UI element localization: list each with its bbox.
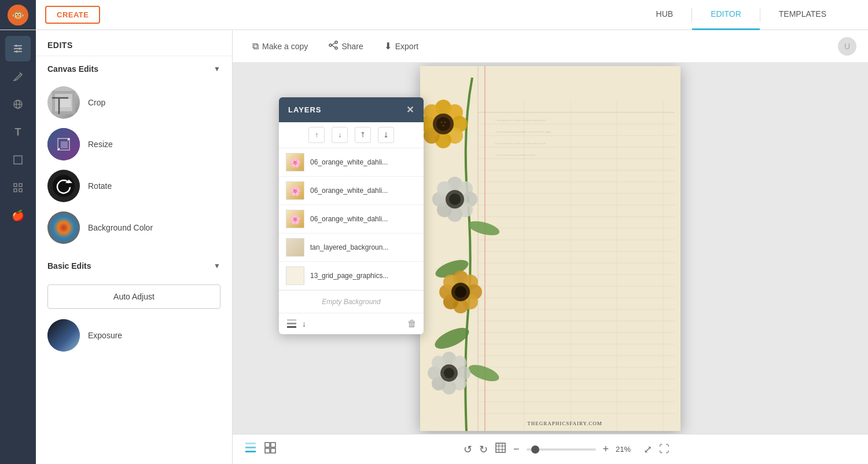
make-copy-button[interactable]: ⧉ Make a copy xyxy=(244,36,316,56)
layer-item[interactable]: tan_layered_backgroun... xyxy=(279,233,424,262)
zoom-slider[interactable] xyxy=(527,448,596,451)
layers-stack-btn[interactable]: ↓ xyxy=(286,318,306,330)
svg-point-24 xyxy=(335,47,337,49)
layer-item[interactable]: 🌸 06_orange_white_dahli... xyxy=(279,177,424,205)
main-area: T 🍎 EDITS Canvas Edits ▼ xyxy=(0,30,868,464)
apple-icon: 🍎 xyxy=(12,209,24,222)
layers-popup: LAYERS ✕ ↑ ↓ ⤒ ⤓ 🌸 06_orange_white_dahli… xyxy=(279,97,424,334)
layer-thumb: 🌸 xyxy=(286,210,304,228)
svg-point-5 xyxy=(16,50,18,53)
sidebar-frame-btn[interactable] xyxy=(5,147,31,173)
svg-rect-117 xyxy=(245,451,256,452)
layer-name: 06_orange_white_dahli... xyxy=(310,187,388,195)
svg-rect-18 xyxy=(60,99,71,107)
svg-text:Lorem ipsum dolor sit amet con: Lorem ipsum dolor sit amet consectetur a… xyxy=(495,119,546,122)
crop-thumb-img xyxy=(52,91,75,114)
edits-header: EDITS xyxy=(36,30,232,56)
rotate-thumb-img xyxy=(53,175,75,197)
basic-edits-section[interactable]: Basic Edits ▼ xyxy=(36,253,232,279)
sidebar-pen-btn[interactable] xyxy=(5,64,31,89)
crop-item[interactable]: Crop xyxy=(36,82,232,123)
create-button[interactable]: CREATE xyxy=(45,6,100,24)
svg-point-101 xyxy=(455,286,466,298)
nav-editor[interactable]: EDITOR xyxy=(692,0,760,30)
svg-point-23 xyxy=(335,41,337,43)
layers-toolbar: ↑ ↓ ⤒ ⤓ xyxy=(279,122,424,148)
svg-text:sed do eiusmod tempor incididu: sed do eiusmod tempor incididunt ut labo… xyxy=(495,154,536,156)
sidebar-sliders-btn[interactable] xyxy=(5,36,31,61)
layer-move-down-button[interactable]: ↓ xyxy=(332,127,348,143)
canvas-edits-section[interactable]: Canvas Edits ▼ xyxy=(36,56,232,82)
bgcolor-item[interactable]: Background Color xyxy=(36,207,232,249)
layer-move-up-button[interactable]: ↑ xyxy=(308,127,325,143)
sidebar-globe-btn[interactable] xyxy=(5,92,31,117)
bottom-toolbar: ↺ ↻ − + 21% ⤢ ⛶ xyxy=(233,434,868,464)
layer-move-bottom-button[interactable]: ⤓ xyxy=(378,127,394,143)
layers-delete-btn[interactable]: 🗑 xyxy=(407,319,417,329)
zoom-out-button[interactable]: − xyxy=(513,443,520,455)
export-button[interactable]: ⬇ Export xyxy=(376,36,426,56)
share-button[interactable]: Share xyxy=(321,36,371,57)
layer-item[interactable]: 13_grid_page_graphics... xyxy=(279,262,424,290)
svg-rect-29 xyxy=(287,323,296,324)
rotate-item[interactable]: Rotate xyxy=(36,165,232,207)
crop-canvas-icon xyxy=(495,442,506,454)
svg-rect-124 xyxy=(496,443,505,452)
sidebar-apple-btn[interactable]: 🍎 xyxy=(5,203,31,228)
svg-line-26 xyxy=(332,43,335,45)
svg-point-25 xyxy=(329,44,332,46)
text-icon: T xyxy=(15,126,21,138)
bgcolor-thumbnail xyxy=(47,211,80,244)
nav-hub[interactable]: HUB xyxy=(638,0,692,30)
crop-thumbnail xyxy=(47,86,80,119)
svg-point-22 xyxy=(47,319,80,352)
svg-point-21 xyxy=(47,211,80,244)
user-avatar[interactable]: U xyxy=(838,37,856,56)
layers-bottom-button[interactable] xyxy=(244,441,257,457)
layout-bottom-button[interactable] xyxy=(264,441,277,457)
svg-rect-13 xyxy=(19,189,22,192)
layer-thumb xyxy=(286,238,304,257)
edits-panel: EDITS Canvas Edits ▼ Crop xyxy=(36,30,233,464)
toolbar: ⧉ Make a copy Share ⬇ Export xyxy=(233,30,868,63)
auto-adjust-button[interactable]: Auto Adjust xyxy=(47,284,220,309)
sliders-icon xyxy=(12,43,24,54)
layers-header: LAYERS ✕ xyxy=(279,97,424,122)
layers-empty-label: Empty Background xyxy=(279,290,424,313)
fit-screen-button[interactable]: ⤢ xyxy=(643,443,652,456)
canvas-workspace: LAYERS ✕ ↑ ↓ ⤒ ⤓ 🌸 06_orange_white_dahli… xyxy=(233,63,868,434)
layer-item[interactable]: 🌸 06_orange_white_dahli... xyxy=(279,148,424,177)
fullscreen-button[interactable]: ⛶ xyxy=(659,443,670,455)
svg-rect-12 xyxy=(14,189,17,192)
svg-rect-119 xyxy=(245,443,256,444)
canvas-edits-chevron: ▼ xyxy=(214,65,220,73)
bgcolor-label: Background Color xyxy=(88,223,153,232)
layers-bottom-icon xyxy=(244,441,257,454)
zoom-in-button[interactable]: + xyxy=(603,443,609,455)
rotate-thumbnail xyxy=(47,170,80,202)
resize-item[interactable]: Resize xyxy=(36,123,232,165)
crop-canvas-button[interactable] xyxy=(495,442,506,456)
export-label: Export xyxy=(395,42,418,51)
svg-line-27 xyxy=(332,45,335,48)
export-icon: ⬇ xyxy=(384,41,392,52)
svg-rect-118 xyxy=(245,447,256,448)
layer-item[interactable]: 🌸 06_orange_white_dahli... xyxy=(279,205,424,233)
basic-edits-label: Basic Edits xyxy=(47,261,91,271)
sidebar-grid-btn[interactable] xyxy=(5,175,31,200)
frame-icon xyxy=(12,154,24,166)
redo-button[interactable]: ↻ xyxy=(479,443,488,456)
bottom-center-controls: ↺ ↻ − + 21% ⤢ ⛶ xyxy=(281,442,852,456)
layer-name: 06_orange_white_dahli... xyxy=(310,158,388,166)
nav-templates[interactable]: TEMPLATES xyxy=(760,0,845,30)
layers-close-button[interactable]: ✕ xyxy=(406,104,414,115)
layer-move-top-button[interactable]: ⤒ xyxy=(355,127,371,143)
sidebar-text-btn[interactable]: T xyxy=(5,119,31,145)
exposure-item[interactable]: Exposure xyxy=(36,315,232,356)
undo-button[interactable]: ↺ xyxy=(464,443,472,456)
svg-point-81 xyxy=(443,125,444,126)
make-copy-icon: ⧉ xyxy=(252,41,259,52)
svg-rect-121 xyxy=(271,443,275,447)
nav-links: HUB EDITOR TEMPLATES xyxy=(638,0,845,30)
svg-point-79 xyxy=(441,121,443,123)
